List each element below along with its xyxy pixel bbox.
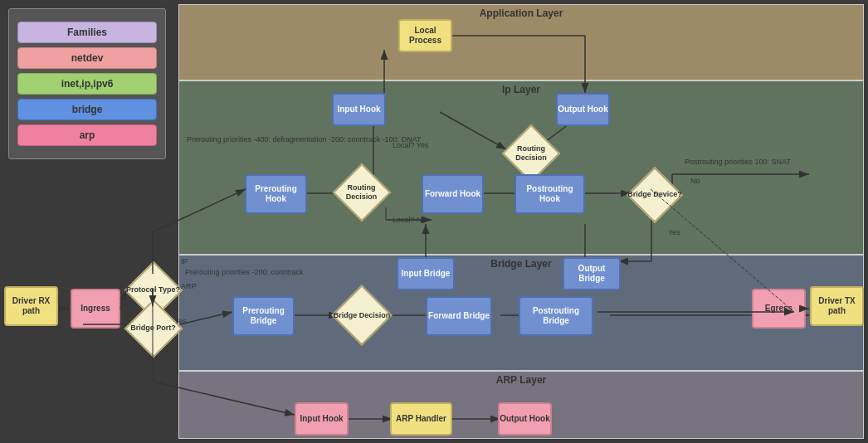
application-layer-bg: Application Layer [178, 4, 864, 80]
output-bridge-node: Output Bridge [563, 257, 621, 290]
forward-bridge-node: Forward Bridge [426, 296, 492, 336]
legend-panel: Families netdev inet,ip,ipv6 bridge arp [8, 8, 166, 159]
legend-inet: inet,ip,ipv6 [17, 73, 157, 95]
yes-bridgeport-label: Yes [174, 317, 187, 327]
input-hook-ip-node: Input Hook [332, 93, 386, 126]
driver-rx-node: Driver RX path [4, 286, 58, 326]
input-hook-arp-node: Input Hook [295, 402, 349, 436]
no-bridgeport-label: No [120, 299, 130, 309]
bridge-device-diamond: Bridge Device? [627, 172, 683, 217]
legend-arp: arp [17, 124, 157, 146]
driver-tx-node: Driver TX path [810, 286, 864, 326]
postrouting-hook-node: Postrouting Hook [514, 174, 585, 214]
routing-decision-pre-diamond: Routing Decision [334, 172, 388, 213]
forward-hook-node: Forward Hook [422, 174, 484, 214]
no-bridge-annotation: No [690, 177, 700, 187]
prerouting-bridge-node: Prerouting Bridge [232, 296, 295, 336]
input-bridge-node: Input Bridge [397, 257, 455, 290]
application-layer-label: Application Layer [179, 7, 863, 19]
diagram: Application Layer Ip Layer Bridge Layer … [178, 4, 864, 439]
egress-node: Egress [752, 289, 806, 329]
local-no-annotation: Local? No [393, 216, 427, 226]
output-hook-arp-node: Output Hook [498, 402, 552, 436]
arp-label: ARP [181, 282, 197, 292]
prerouting-priorities-annotation: Prerouting priorities -400: defragmentat… [187, 135, 421, 145]
legend-bridge: bridge [17, 99, 157, 120]
legend-netdev: netdev [17, 47, 157, 69]
postrouting-priorities-annotation: Postrouting priorities 100: SNAT [685, 158, 791, 168]
yes-bridge-annotation: Yes [668, 228, 680, 238]
postrouting-bridge-node: Postrouting Bridge [519, 296, 593, 336]
bridge-prerouting-priorities-annotation: Prerouting priorities -200: conntrack [185, 268, 304, 278]
routing-decision-ip-diamond: Routing Decision [502, 133, 560, 174]
ip-layer-label: Ip Layer [179, 84, 863, 95]
local-yes-annotation: Local? Yes [393, 141, 429, 151]
arp-layer-label: ARP Layer [179, 374, 863, 386]
arp-handler-node: ARP Handler [390, 402, 452, 436]
bridge-port-diamond: Bridge Port? [126, 305, 180, 351]
bridge-decision-diamond: Bridge Decision [332, 293, 392, 338]
legend-families: Families [17, 22, 157, 43]
ip-label: IP [181, 257, 188, 267]
ingress-node: Ingress [71, 289, 120, 329]
local-process-node: Local Process [398, 19, 452, 52]
prerouting-hook-node: Prerouting Hook [245, 174, 307, 214]
output-hook-ip-node: Output Hook [556, 93, 610, 126]
